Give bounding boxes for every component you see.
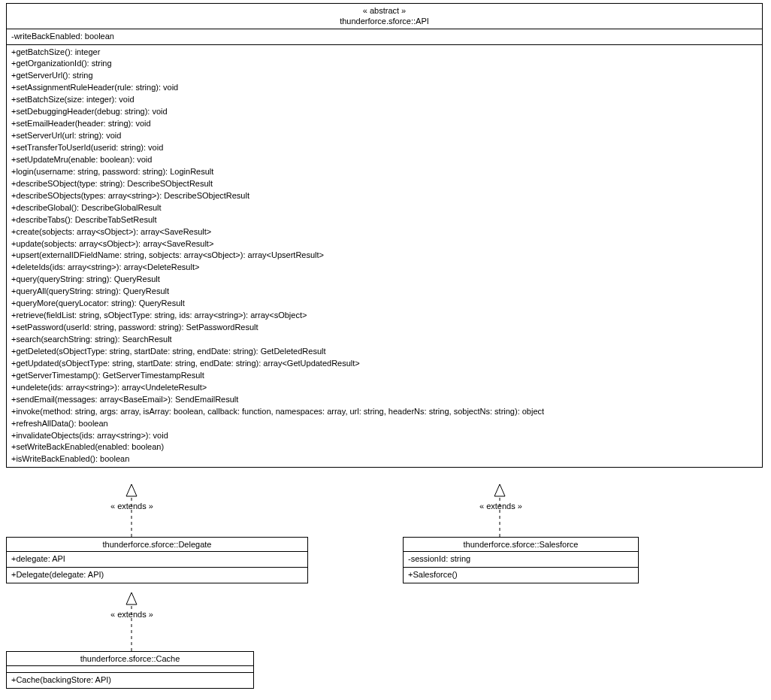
delegate-title: thunderforce.sforce::Delegate <box>7 538 307 552</box>
member: +setServerUrl(url: string): void <box>11 130 757 142</box>
member: +Delegate(delegate: API) <box>11 569 303 581</box>
svg-marker-5 <box>126 592 137 605</box>
member: +create(sobjects: array<sObject>): array… <box>11 226 757 238</box>
member: +getUpdated(sObjectType: string, startDa… <box>11 358 757 370</box>
member: +getBatchSize(): integer <box>11 47 757 59</box>
extends-label-delegate-cache: « extends » <box>109 610 155 619</box>
member: +deleteIds(ids: array<string>): array<De… <box>11 262 757 274</box>
member: +delegate: API <box>11 553 303 565</box>
member: +queryAll(queryString: string): QueryRes… <box>11 286 757 298</box>
cache-operations: +Cache(backingStore: API) <box>7 673 253 688</box>
member: +Cache(backingStore: API) <box>11 674 249 686</box>
member: +setDebuggingHeader(debug: string): void <box>11 106 757 118</box>
extends-label-api-salesforce: « extends » <box>478 502 524 511</box>
member: +setPassword(userId: string, password: s… <box>11 322 757 334</box>
member: +describeGlobal(): DescribeGlobalResult <box>11 202 757 214</box>
class-api-title: « abstract » thunderforce.sforce::API <box>7 4 762 29</box>
member: +getServerUrl(): string <box>11 70 757 82</box>
member: +search(searchString: string): SearchRes… <box>11 334 757 346</box>
class-api: « abstract » thunderforce.sforce::API -w… <box>6 3 763 468</box>
delegate-attributes: +delegate: API <box>7 552 307 568</box>
svg-marker-3 <box>494 484 505 496</box>
extends-label-api-delegate: « extends » <box>109 502 155 511</box>
salesforce-operations: +Salesforce() <box>404 568 638 583</box>
member: +setEmailHeader(header: string): void <box>11 118 757 130</box>
api-name: thunderforce.sforce::API <box>10 16 759 26</box>
member: +getDeleted(sObjectType: string, startDa… <box>11 346 757 358</box>
api-attributes: -writeBackEnabled: boolean <box>7 29 762 45</box>
member: +setTransferToUserId(userid: string): vo… <box>11 142 757 154</box>
delegate-name: thunderforce.sforce::Delegate <box>10 539 304 550</box>
member: +query(queryString: string): QueryResult <box>11 274 757 286</box>
member: +queryMore(queryLocator: string): QueryR… <box>11 298 757 310</box>
member: +setWriteBackEnabled(enabled: boolean) <box>11 441 757 453</box>
member: -sessionId: string <box>408 553 633 565</box>
member: +invalidateObjects(ids: array<string>): … <box>11 430 757 442</box>
cache-name: thunderforce.sforce::Cache <box>10 653 250 664</box>
member: +retrieve(fieldList: string, sObjectType… <box>11 310 757 322</box>
member: +undelete(ids: array<string>): array<Und… <box>11 382 757 394</box>
svg-marker-1 <box>126 484 137 496</box>
class-delegate: thunderforce.sforce::Delegate +delegate:… <box>6 537 308 583</box>
member: +sendEmail(messages: array<BaseEmail>): … <box>11 394 757 406</box>
member: +getOrganizationId(): string <box>11 58 757 70</box>
member: +update(sobjects: array<sObject>): array… <box>11 238 757 250</box>
member: -writeBackEnabled: boolean <box>11 31 757 43</box>
member: +setBatchSize(size: integer): void <box>11 94 757 106</box>
class-salesforce: thunderforce.sforce::Salesforce -session… <box>403 537 639 583</box>
member: +Salesforce() <box>408 569 633 581</box>
member: +describeSObject(type: string): Describe… <box>11 178 757 190</box>
member: +describeSObjects(types: array<string>):… <box>11 190 757 202</box>
salesforce-attributes: -sessionId: string <box>404 552 638 568</box>
salesforce-name: thunderforce.sforce::Salesforce <box>407 539 635 550</box>
cache-attributes <box>7 666 253 673</box>
member: +upsert(externalIDFieldName: string, sob… <box>11 250 757 262</box>
member: +describeTabs(): DescribeTabSetResult <box>11 214 757 226</box>
cache-title: thunderforce.sforce::Cache <box>7 652 253 666</box>
member: +setUpdateMru(enable: boolean): void <box>11 154 757 166</box>
member: +refreshAllData(): boolean <box>11 418 757 430</box>
member: +login(username: string, password: strin… <box>11 166 757 178</box>
member: +isWriteBackEnabled(): boolean <box>11 453 757 465</box>
member: +invoke(method: string, args: array, isA… <box>11 406 757 418</box>
api-operations: +getBatchSize(): integer+getOrganization… <box>7 45 762 468</box>
member: +getServerTimestamp(): GetServerTimestam… <box>11 370 757 382</box>
delegate-operations: +Delegate(delegate: API) <box>7 568 307 583</box>
class-cache: thunderforce.sforce::Cache +Cache(backin… <box>6 651 254 689</box>
salesforce-title: thunderforce.sforce::Salesforce <box>404 538 638 552</box>
member: +setAssignmentRuleHeader(rule: string): … <box>11 82 757 94</box>
api-stereotype: « abstract » <box>10 5 759 16</box>
